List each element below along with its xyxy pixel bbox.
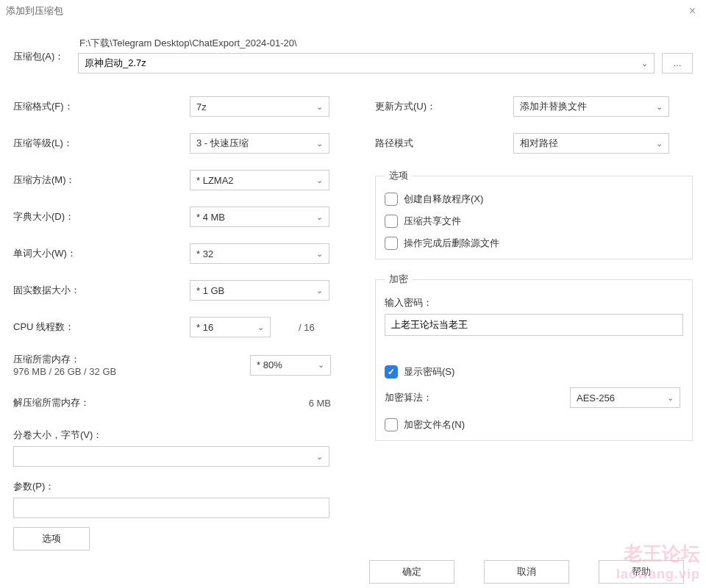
level-label: 压缩等级(L)：: [13, 137, 190, 150]
pathmode-select[interactable]: 相对路径 ⌄: [513, 133, 669, 154]
shared-checkbox[interactable]: [385, 215, 398, 228]
volume-select[interactable]: ⌄: [13, 446, 329, 467]
solid-label: 固实数据大小：: [13, 284, 190, 297]
options-button[interactable]: 选项: [13, 527, 90, 551]
method-label: 压缩方法(M)：: [13, 173, 190, 187]
encrypt-fieldset: 加密 输入密码： 显示密码(S) 加密算法： AES-256 ⌄: [375, 273, 693, 441]
threads-select[interactable]: * 16 ⌄: [190, 317, 271, 337]
archive-filename-combo[interactable]: ⌄: [78, 53, 655, 74]
dict-value: * 4 MB: [196, 212, 225, 223]
chevron-down-icon: ⌄: [316, 286, 323, 295]
chevron-down-icon: ⌄: [316, 102, 323, 112]
threads-label: CPU 线程数：: [13, 320, 190, 334]
window-title: 添加到压缩包: [6, 4, 63, 18]
chevron-down-icon: ⌄: [316, 212, 323, 222]
memcomp-value: 976 MB / 26 GB / 32 GB: [13, 366, 190, 377]
solid-value: * 1 GB: [196, 285, 224, 296]
show-password-checkbox[interactable]: [385, 365, 398, 379]
solid-select[interactable]: * 1 GB ⌄: [190, 280, 329, 301]
browse-button[interactable]: ...: [662, 53, 693, 74]
algo-select[interactable]: AES-256 ⌄: [570, 387, 680, 408]
delete-label: 操作完成后删除源文件: [404, 237, 499, 250]
level-value: 3 - 快速压缩: [196, 137, 249, 150]
chevron-down-icon: ⌄: [318, 360, 324, 370]
memcomp-pct-value: * 80%: [257, 359, 282, 370]
update-value: 添加并替换文件: [520, 100, 587, 113]
threads-total: / 16: [299, 322, 315, 333]
chevron-down-icon: ⌄: [316, 452, 323, 462]
encrypt-legend: 加密: [385, 273, 413, 286]
archive-filename-input[interactable]: [85, 58, 641, 69]
close-icon[interactable]: ×: [685, 3, 700, 19]
method-select[interactable]: * LZMA2 ⌄: [190, 170, 329, 190]
encrypt-names-checkbox[interactable]: [385, 418, 398, 431]
password-label: 输入密码：: [385, 296, 683, 309]
delete-checkbox[interactable]: [385, 237, 398, 250]
chevron-down-icon: ⌄: [656, 139, 663, 148]
memcomp-pct-select[interactable]: * 80% ⌄: [250, 355, 331, 376]
format-select[interactable]: 7z ⌄: [190, 96, 329, 117]
algo-value: AES-256: [577, 392, 615, 404]
encrypt-names-label: 加密文件名(N): [404, 418, 465, 431]
threads-value: * 16: [196, 322, 213, 333]
format-value: 7z: [196, 101, 207, 112]
memdecomp-label: 解压缩所需内存：: [13, 396, 190, 409]
chevron-down-icon: ⌄: [316, 139, 323, 148]
params-label: 参数(P)：: [13, 480, 331, 493]
params-input[interactable]: [13, 498, 329, 518]
format-label: 压缩格式(F)：: [13, 100, 190, 113]
chevron-down-icon: ⌄: [667, 393, 674, 403]
memcomp-label: 压缩所需内存：: [13, 353, 190, 366]
word-select[interactable]: * 32 ⌄: [190, 243, 329, 264]
password-input[interactable]: [385, 314, 683, 336]
update-label: 更新方式(U)：: [375, 100, 513, 113]
sfx-checkbox[interactable]: [385, 193, 398, 206]
method-value: * LZMA2: [196, 175, 234, 186]
dict-select[interactable]: * 4 MB ⌄: [190, 207, 329, 227]
chevron-down-icon: ⌄: [316, 176, 323, 185]
archive-path: F:\下载\Telegram Desktop\ChatExport_2024-0…: [78, 37, 693, 50]
update-select[interactable]: 添加并替换文件 ⌄: [513, 96, 669, 117]
algo-label: 加密算法：: [385, 391, 561, 404]
level-select[interactable]: 3 - 快速压缩 ⌄: [190, 133, 329, 154]
memdecomp-value: 6 MB: [309, 398, 331, 409]
chevron-down-icon: ⌄: [656, 102, 663, 112]
show-password-label: 显示密码(S): [404, 365, 454, 379]
volume-label: 分卷大小，字节(V)：: [13, 429, 331, 442]
pathmode-value: 相对路径: [520, 137, 558, 150]
chevron-down-icon: ⌄: [641, 59, 648, 68]
options-fieldset: 选项 创建自释放程序(X) 压缩共享文件 操作完成后删除源文件: [375, 169, 693, 259]
sfx-label: 创建自释放程序(X): [404, 193, 483, 206]
pathmode-label: 路径模式: [375, 137, 513, 150]
help-button[interactable]: 帮助: [599, 560, 684, 584]
chevron-down-icon: ⌄: [316, 249, 323, 259]
dict-label: 字典大小(D)：: [13, 210, 190, 223]
word-value: * 32: [196, 248, 213, 259]
ok-button[interactable]: 确定: [369, 560, 454, 584]
archive-label: 压缩包(A)：: [13, 37, 72, 63]
shared-label: 压缩共享文件: [404, 215, 461, 228]
options-legend: 选项: [385, 169, 413, 182]
word-label: 单词大小(W)：: [13, 247, 190, 260]
cancel-button[interactable]: 取消: [484, 560, 569, 584]
chevron-down-icon: ⌄: [257, 323, 264, 332]
